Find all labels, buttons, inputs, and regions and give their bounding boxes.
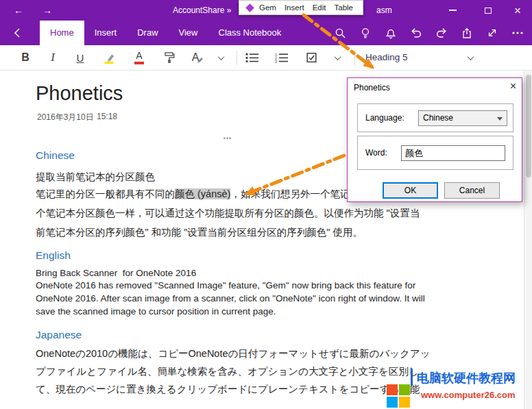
chevron-down-icon bbox=[217, 53, 224, 60]
ribbon-right-icons bbox=[334, 21, 524, 45]
underline-button[interactable]: U bbox=[70, 45, 90, 70]
onenote-window: ← → AccountShare » asm × Gem Insert Edit… bbox=[0, 0, 532, 409]
page-date: 2016年3月10日 bbox=[37, 112, 94, 123]
menu-item-gem[interactable]: Gem bbox=[255, 3, 280, 12]
word-label: Word: bbox=[365, 148, 387, 158]
forward-arrow-icon[interactable]: → bbox=[43, 4, 52, 16]
cancel-button[interactable]: Cancel bbox=[444, 182, 500, 199]
text-line: プファイルとファイル名、簡単な検索を含み、オプションの大文字と小文字を区別し bbox=[36, 362, 431, 380]
tab-insert[interactable]: Insert bbox=[84, 21, 128, 45]
highlighter-button[interactable] bbox=[99, 45, 120, 70]
minimize-icon bbox=[449, 10, 457, 11]
more-options-icon[interactable] bbox=[511, 27, 524, 39]
svg-text:3: 3 bbox=[275, 60, 277, 63]
fullscreen-diagonal-icon[interactable] bbox=[486, 27, 498, 39]
dialog-title: Phonetics bbox=[354, 83, 390, 92]
redo-icon[interactable] bbox=[435, 27, 448, 39]
page-title[interactable]: Phonetics bbox=[36, 82, 123, 105]
tab-draw[interactable]: Draw bbox=[127, 21, 168, 45]
styles-letter: A bbox=[192, 51, 200, 64]
italic-button[interactable]: I bbox=[43, 45, 63, 70]
style-selector[interactable]: Heading 5 bbox=[365, 45, 408, 70]
language-label: Language: bbox=[365, 113, 404, 123]
ribbon-tabs: Home Insert Draw View Class Notebook bbox=[40, 21, 291, 45]
share-icon[interactable] bbox=[461, 27, 473, 39]
highlighter-icon bbox=[103, 51, 117, 64]
back-arrow-icon[interactable]: ← bbox=[14, 4, 23, 16]
close-button[interactable]: × bbox=[507, 0, 529, 21]
font-color-button[interactable]: A bbox=[129, 45, 149, 70]
language-combobox[interactable]: Chinese bbox=[418, 110, 507, 126]
bullet-list-button[interactable] bbox=[242, 45, 263, 70]
english-subtitle: Bring Back Scanner for OneNote 2016 bbox=[36, 267, 196, 280]
word-input[interactable] bbox=[401, 145, 505, 161]
selected-text[interactable]: 颜色 (yánsè) bbox=[175, 188, 230, 199]
japanese-paragraph: OneNoteの2010の機能は、コピーOneNoteの日付フォーマットせずに最… bbox=[36, 345, 431, 398]
page-time: 15:18 bbox=[97, 112, 117, 121]
style-selector-chevron[interactable] bbox=[463, 45, 478, 70]
ribbon-tab-row: Home Insert Draw View Class Notebook bbox=[0, 21, 532, 45]
phonetics-dialog: Phonetics × Language: Chinese Word: OK C… bbox=[347, 77, 522, 202]
scrollbar-thumb[interactable] bbox=[526, 75, 531, 177]
ok-button[interactable]: OK bbox=[383, 182, 438, 199]
text-line: て、現在のページに置き換えるクリップボードにプレーンテキストをコピーする機能 bbox=[36, 380, 431, 398]
section-heading-japanese: Japanese bbox=[36, 329, 82, 341]
undo-icon[interactable] bbox=[410, 27, 422, 39]
word-group: Word: bbox=[357, 136, 513, 170]
section-heading-english: English bbox=[36, 249, 71, 262]
font-color-red-bar bbox=[134, 62, 144, 64]
bold-button[interactable]: B bbox=[15, 45, 36, 70]
maximize-button[interactable] bbox=[477, 0, 499, 21]
numbered-list-icon: 123 bbox=[275, 53, 289, 63]
menu-item-edit[interactable]: Edit bbox=[309, 3, 330, 12]
section-heading-chinese: Chinese bbox=[36, 149, 75, 162]
tab-view[interactable]: View bbox=[169, 21, 208, 45]
todo-tag-button[interactable] bbox=[302, 45, 322, 70]
nav-back-chevron-icon[interactable] bbox=[14, 27, 21, 41]
combo-dropdown-icon bbox=[497, 117, 503, 121]
numbered-list-button[interactable]: 123 bbox=[271, 45, 292, 70]
chevron-down-icon bbox=[334, 53, 341, 60]
window-title: AccountShare » bbox=[173, 5, 231, 15]
text-line: OneNote 2016 has removed "Scanned Image"… bbox=[36, 279, 425, 292]
styles-button[interactable]: A bbox=[187, 45, 208, 70]
dialog-close-icon[interactable]: × bbox=[510, 80, 516, 92]
search-icon[interactable] bbox=[334, 27, 346, 39]
lightbulb-icon[interactable] bbox=[359, 27, 372, 39]
formatting-toolbar: B I U A A 123 Heading 5 bbox=[0, 45, 532, 71]
text-line: OneNoteの2010の機能は、コピーOneNoteの日付フォーマットせずに最… bbox=[36, 345, 431, 362]
gem-icon bbox=[245, 3, 254, 12]
text-line: OneNote 2016. After scan image from a sc… bbox=[36, 292, 425, 305]
styles-dropdown-chevron[interactable] bbox=[213, 45, 228, 70]
font-color-letter: A bbox=[136, 51, 142, 61]
bullet-list-icon bbox=[245, 53, 259, 63]
account-label: asm bbox=[376, 5, 392, 15]
english-paragraph: OneNote 2016 has removed "Scanned Image"… bbox=[36, 279, 425, 318]
text-run: ，如果我们想另外一个笔记 bbox=[230, 188, 350, 199]
bell-icon[interactable] bbox=[385, 27, 397, 39]
tab-class-notebook[interactable]: Class Notebook bbox=[208, 21, 292, 45]
maximize-icon bbox=[485, 8, 492, 14]
minimize-button[interactable] bbox=[442, 0, 463, 21]
vertical-scrollbar[interactable] bbox=[524, 71, 532, 409]
text-line: 前笔记本分区的序列颜色" 和功能 "设置当前分区组分区的序列颜色" 使用。 bbox=[36, 223, 420, 242]
checkbox-icon bbox=[306, 52, 317, 63]
language-value: Chinese bbox=[423, 113, 453, 123]
toolbar-separator bbox=[237, 51, 237, 65]
chevron-down-icon bbox=[467, 53, 474, 60]
text-line: 个笔记本分区颜色一样，可以通过这个功能提取所有分区的颜色。以便作为功能 "设置当 bbox=[36, 203, 420, 223]
language-group: Language: Chinese bbox=[357, 103, 513, 132]
outline-collapse-indicator[interactable]: ••• bbox=[217, 135, 239, 142]
tab-home[interactable]: Home bbox=[40, 21, 84, 45]
toolbar-separator bbox=[354, 51, 355, 65]
format-painter-icon bbox=[163, 51, 175, 64]
menu-item-insert[interactable]: Insert bbox=[280, 3, 309, 12]
text-line: save the scanned image to cursor positio… bbox=[36, 305, 425, 318]
gem-menu-popup: Gem Insert Edit Table bbox=[239, 0, 363, 15]
tags-dropdown-chevron[interactable] bbox=[330, 45, 345, 70]
text-run: 笔记里的分区一般都具有不同的 bbox=[36, 188, 175, 199]
menu-item-table[interactable]: Table bbox=[330, 3, 358, 12]
format-painter-button[interactable] bbox=[158, 45, 179, 70]
chinese-subtitle: 提取当前笔记本的分区颜色 bbox=[36, 167, 155, 186]
